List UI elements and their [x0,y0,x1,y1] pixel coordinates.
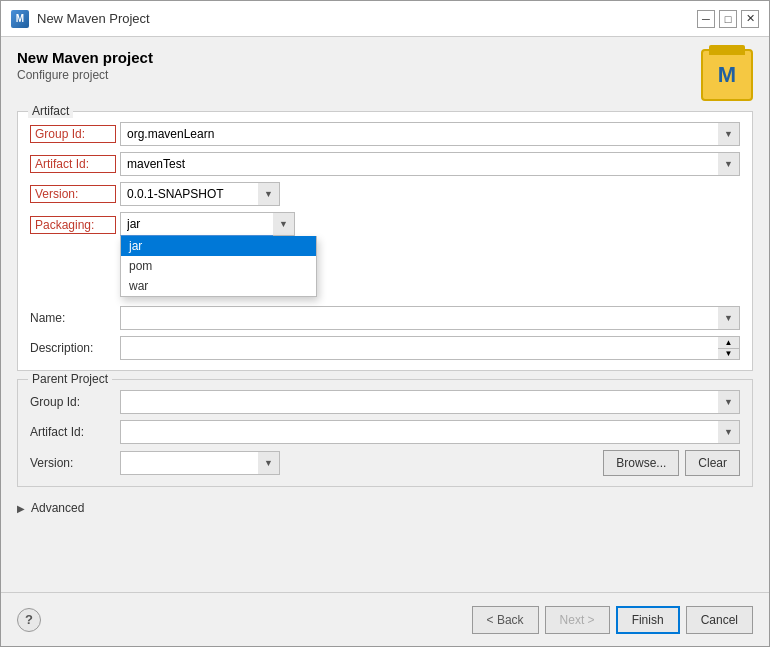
title-bar-left: M New Maven Project [11,10,150,28]
name-field-container: ▼ [120,306,740,330]
description-up-arrow[interactable]: ▲ [718,337,739,349]
group-id-label: Group Id: [30,125,116,143]
group-id-row: Group Id: ▼ [30,122,740,146]
packaging-container: ▼ jar pom war [120,212,295,236]
close-button[interactable]: ✕ [741,10,759,28]
title-bar-controls: ─ □ ✕ [697,10,759,28]
maven-logo-icon: M [701,49,753,101]
parent-artifact-id-label: Artifact Id: [30,425,120,439]
advanced-label: Advanced [31,501,84,515]
back-button[interactable]: < Back [472,606,539,634]
parent-group-id-arrow[interactable]: ▼ [718,390,740,414]
title-bar: M New Maven Project ─ □ ✕ [1,1,769,37]
help-button[interactable]: ? [17,608,41,632]
parent-group-id-label: Group Id: [30,395,120,409]
artifact-section: Artifact Group Id: ▼ Artifact Id: ▼ Ver [17,111,753,371]
advanced-row[interactable]: ▶ Advanced [17,495,753,521]
parent-section-label: Parent Project [28,372,112,386]
bottom-right: < Back Next > Finish Cancel [472,606,753,634]
dialog-window: M New Maven Project ─ □ ✕ New Maven proj… [0,0,770,647]
page-header: New Maven project Configure project M [17,49,753,101]
packaging-dropdown: jar pom war [120,236,317,297]
packaging-row: Packaging: ▼ jar pom war [30,212,740,236]
next-button[interactable]: Next > [545,606,610,634]
packaging-option-pom[interactable]: pom [121,256,316,276]
packaging-input-row: ▼ [120,212,295,236]
maximize-button[interactable]: □ [719,10,737,28]
description-down-arrow[interactable]: ▼ [718,349,739,360]
dialog-title: New Maven Project [37,11,150,26]
parent-version-row: Version: ▼ Browse... Clear [30,450,740,476]
parent-group-id-container: ▼ [120,390,740,414]
group-id-dropdown-arrow[interactable]: ▼ [718,122,740,146]
content-area: New Maven project Configure project M Ar… [1,37,769,592]
parent-artifact-id-input[interactable] [120,420,740,444]
group-id-field-container: ▼ [120,122,740,146]
packaging-input[interactable] [120,212,295,236]
parent-group-id-input[interactable] [120,390,740,414]
parent-version-label: Version: [30,456,120,470]
artifact-id-dropdown-arrow[interactable]: ▼ [718,152,740,176]
version-row: Version: 0.0.1-SNAPSHOT ▼ [30,182,740,206]
maven-title-icon: M [11,10,29,28]
parent-artifact-id-arrow[interactable]: ▼ [718,420,740,444]
browse-button[interactable]: Browse... [603,450,679,476]
parent-project-section: Parent Project Group Id: ▼ Artifact Id: … [17,379,753,487]
group-id-input[interactable] [120,122,740,146]
packaging-label: Packaging: [30,216,116,234]
finish-button[interactable]: Finish [616,606,680,634]
clear-button[interactable]: Clear [685,450,740,476]
bottom-left: ? [17,608,41,632]
name-label: Name: [30,311,120,325]
name-dropdown-arrow[interactable]: ▼ [718,306,740,330]
description-input[interactable] [120,336,740,360]
page-subtitle: Configure project [17,68,153,82]
artifact-id-field-container: ▼ [120,152,740,176]
parent-version-arrow[interactable]: ▼ [258,451,280,475]
packaging-option-war[interactable]: war [121,276,316,296]
parent-artifact-id-container: ▼ [120,420,740,444]
page-titles: New Maven project Configure project [17,49,153,82]
parent-version-input[interactable] [120,451,280,475]
description-row: Description: ▲ ▼ [30,336,740,360]
artifact-id-input[interactable] [120,152,740,176]
parent-group-id-row: Group Id: ▼ [30,390,740,414]
packaging-dropdown-arrow[interactable]: ▼ [273,212,295,236]
version-label: Version: [30,185,116,203]
name-row: Name: ▼ [30,306,740,330]
parent-version-container: ▼ [120,451,280,475]
artifact-id-row: Artifact Id: ▼ [30,152,740,176]
description-label: Description: [30,341,120,355]
name-input[interactable] [120,306,740,330]
bottom-bar: ? < Back Next > Finish Cancel [1,592,769,646]
cancel-button[interactable]: Cancel [686,606,753,634]
packaging-option-jar[interactable]: jar [121,236,316,256]
version-select[interactable]: 0.0.1-SNAPSHOT [120,182,280,206]
artifact-section-label: Artifact [28,104,73,118]
version-select-container: 0.0.1-SNAPSHOT ▼ [120,182,280,206]
page-title: New Maven project [17,49,153,66]
parent-artifact-id-row: Artifact Id: ▼ [30,420,740,444]
artifact-id-label: Artifact Id: [30,155,116,173]
advanced-chevron-icon: ▶ [17,503,25,514]
minimize-button[interactable]: ─ [697,10,715,28]
description-field-container: ▲ ▼ [120,336,740,360]
